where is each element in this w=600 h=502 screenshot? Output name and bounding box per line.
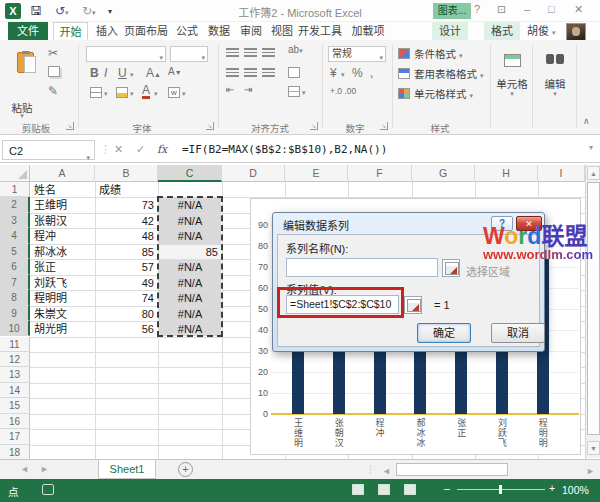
align-left-icon[interactable] bbox=[226, 68, 239, 77]
splitter[interactable]: ⋮ bbox=[366, 464, 375, 474]
cell-b7[interactable]: 49 bbox=[95, 276, 154, 291]
copy-icon[interactable] bbox=[48, 66, 60, 77]
number-launcher-icon[interactable] bbox=[380, 122, 388, 130]
cell-b4[interactable]: 48 bbox=[95, 229, 154, 244]
insert-function-icon[interactable]: fx bbox=[157, 143, 167, 156]
column-headers[interactable]: ABCDEFGHI bbox=[0, 165, 585, 182]
font-name-combo[interactable]: ▾ bbox=[86, 46, 166, 62]
font-color-dropdown-icon[interactable]: ▾ bbox=[154, 90, 158, 98]
clipboard-launcher-icon[interactable] bbox=[66, 122, 74, 130]
formula-input[interactable]: =IF(B2=MAX($B$2:$B$10),B2,NA()) bbox=[182, 143, 387, 156]
zoom-out-icon[interactable]: – bbox=[444, 482, 450, 494]
number-format-combo[interactable]: 常规▾ bbox=[328, 46, 386, 62]
cell-b6[interactable]: 57 bbox=[95, 260, 154, 275]
horizontal-scrollbar[interactable]: ◄ ► bbox=[380, 463, 598, 477]
percent-icon[interactable]: % bbox=[352, 66, 363, 80]
align-top-icon[interactable] bbox=[226, 48, 239, 57]
phonetic-dropdown-icon[interactable]: ▾ bbox=[182, 90, 186, 98]
sheet-nav-right-icon[interactable]: ► bbox=[40, 464, 49, 474]
column-header-C[interactable]: C bbox=[158, 165, 222, 182]
row-header-11[interactable]: 11 bbox=[0, 337, 30, 352]
align-middle-icon[interactable] bbox=[244, 48, 257, 57]
row-header-8[interactable]: 8 bbox=[0, 290, 30, 305]
help-button[interactable]: ? bbox=[474, 3, 480, 15]
cell-a3[interactable]: 张朝汉 bbox=[34, 214, 92, 229]
save-icon[interactable]: 🖫 bbox=[30, 4, 42, 18]
cell-b5[interactable]: 85 bbox=[95, 245, 154, 260]
row-header-17[interactable]: 17 bbox=[0, 429, 30, 444]
undo-icon[interactable]: ↺▾ bbox=[55, 4, 69, 18]
cell-b9[interactable]: 80 bbox=[95, 307, 154, 322]
maximize-button[interactable]: □ bbox=[548, 3, 555, 15]
editing-button[interactable]: 编辑 ▾ bbox=[537, 44, 573, 130]
cell-a7[interactable]: 刘跃飞 bbox=[34, 276, 92, 291]
scroll-up-icon[interactable]: ▲ bbox=[587, 166, 600, 180]
row-header-3[interactable]: 3 bbox=[0, 213, 30, 228]
name-box[interactable]: C2▾ bbox=[2, 140, 95, 160]
column-header-I[interactable]: I bbox=[538, 165, 585, 182]
row-header-1[interactable]: 1 bbox=[0, 182, 30, 197]
underline-icon[interactable]: U bbox=[118, 66, 127, 80]
fill-color-icon[interactable] bbox=[116, 87, 128, 98]
row-header-10[interactable]: 10 bbox=[0, 321, 30, 336]
comma-style-icon[interactable]: , bbox=[370, 66, 373, 80]
tab-公式[interactable]: 公式 bbox=[172, 22, 202, 40]
merge-center-icon[interactable] bbox=[288, 86, 300, 97]
vertical-scrollbar[interactable]: ▲ ▼ bbox=[585, 165, 600, 458]
cells-button[interactable]: 单元格 ▾ bbox=[494, 44, 530, 130]
cut-icon[interactable]: ✂ bbox=[48, 46, 58, 60]
row-header-5[interactable]: 5 bbox=[0, 244, 30, 259]
column-header-B[interactable]: B bbox=[95, 165, 158, 182]
decrease-indent-icon[interactable]: ⇤ bbox=[226, 84, 234, 95]
close-button[interactable]: ✕ bbox=[574, 3, 583, 16]
qat-dropdown-icon[interactable]: ▾ bbox=[108, 7, 112, 16]
cell-a8[interactable]: 程明明 bbox=[34, 291, 92, 306]
cell-a1[interactable]: 姓名 bbox=[34, 183, 92, 198]
bold-icon[interactable]: B bbox=[90, 66, 99, 80]
expand-formula-bar-icon[interactable]: ▾ bbox=[589, 143, 593, 152]
cell-b3[interactable]: 42 bbox=[95, 214, 154, 229]
wrap-text-icon[interactable] bbox=[288, 67, 300, 78]
orientation-icon[interactable]: ab▾ bbox=[288, 44, 303, 55]
tab-设计[interactable]: 设计 bbox=[432, 22, 468, 40]
tab-加载项[interactable]: 加载项 bbox=[348, 22, 388, 40]
minimize-button[interactable]: – bbox=[524, 3, 530, 15]
column-header-E[interactable]: E bbox=[285, 165, 348, 182]
increase-indent-icon[interactable]: ⇥ bbox=[244, 84, 252, 95]
redo-icon[interactable]: ↻▾ bbox=[82, 4, 96, 18]
tab-页面布局[interactable]: 页面布局 bbox=[122, 22, 170, 40]
tab-格式[interactable]: 格式 bbox=[484, 22, 520, 40]
page-break-view-icon[interactable] bbox=[404, 484, 416, 495]
series-name-input[interactable] bbox=[286, 258, 438, 277]
cell-b1[interactable]: 成绩 bbox=[99, 183, 155, 198]
tab-file[interactable]: 文件 bbox=[8, 22, 48, 40]
merge-dropdown-icon[interactable]: ▾ bbox=[302, 89, 306, 97]
scroll-right-icon[interactable]: ► bbox=[586, 466, 595, 476]
decimal-icons[interactable]: +.0 .00 bbox=[330, 86, 356, 96]
column-header-A[interactable]: A bbox=[30, 165, 95, 182]
paste-button[interactable]: 粘贴 ▾ bbox=[4, 44, 40, 130]
macro-record-icon[interactable] bbox=[42, 484, 54, 495]
scroll-down-icon[interactable]: ▼ bbox=[587, 441, 600, 455]
fill-color-dropdown-icon[interactable]: ▾ bbox=[130, 90, 134, 98]
italic-icon[interactable]: I bbox=[104, 66, 107, 80]
column-header-H[interactable]: H bbox=[475, 165, 538, 182]
row-header-2[interactable]: 2 bbox=[0, 197, 30, 212]
row-header-13[interactable]: 13 bbox=[0, 367, 30, 382]
cell-b10[interactable]: 56 bbox=[95, 322, 154, 337]
normal-view-icon[interactable] bbox=[352, 484, 364, 495]
tab-视图[interactable]: 视图 bbox=[268, 22, 296, 40]
row-header-18[interactable]: 18 bbox=[0, 445, 30, 460]
column-header-F[interactable]: F bbox=[348, 165, 412, 182]
row-header-16[interactable]: 16 bbox=[0, 414, 30, 429]
borders-icon[interactable] bbox=[90, 87, 102, 98]
currency-icon[interactable]: ¥ bbox=[330, 66, 337, 80]
cancel-entry-icon[interactable]: ✕ bbox=[114, 143, 123, 156]
cell-a4[interactable]: 程冲 bbox=[34, 229, 92, 244]
tab-开始[interactable]: 开始 bbox=[53, 22, 88, 40]
ribbon-options-button[interactable]: ⊡ bbox=[497, 3, 506, 16]
chart-tools-chip[interactable]: 图表... bbox=[433, 3, 471, 19]
underline-dropdown-icon[interactable]: ▾ bbox=[130, 71, 134, 79]
cell-a10[interactable]: 胡光明 bbox=[34, 322, 92, 337]
grow-font-icon[interactable]: A▲ bbox=[146, 66, 161, 80]
